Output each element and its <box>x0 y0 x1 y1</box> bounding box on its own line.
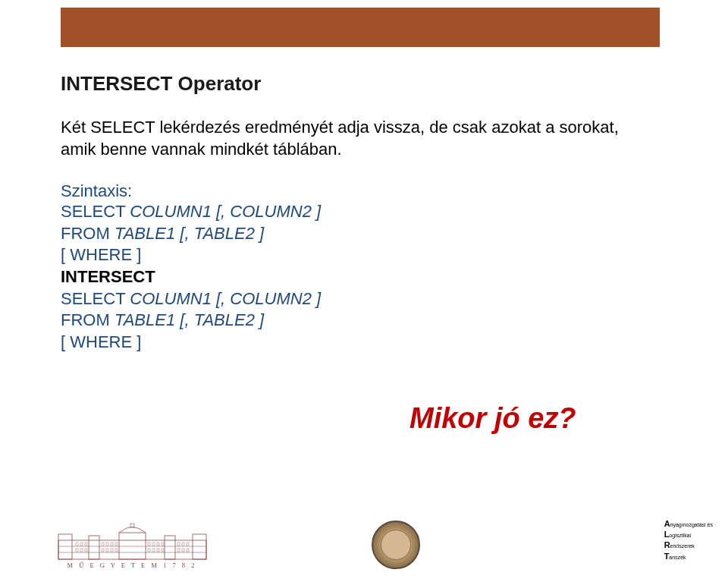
svg-rect-23 <box>76 549 78 552</box>
syntax-line-4: INTERSECT <box>61 266 652 288</box>
syntax-keyword: FROM <box>61 310 115 329</box>
syntax-line-3: [ WHERE ] <box>61 244 652 266</box>
svg-rect-18 <box>157 543 159 546</box>
slide-description: Két SELECT lekérdezés eredményét adja vi… <box>61 117 652 160</box>
svg-rect-16 <box>148 543 150 546</box>
syntax-label: Szintaxis: <box>61 181 652 201</box>
svg-rect-9 <box>76 543 78 546</box>
footer: M Ű E G Y E T E M 1 7 8 2 Anyagmozgatási… <box>0 510 728 571</box>
university-logo: M Ű E G Y E T E M 1 7 8 2 <box>55 518 210 571</box>
svg-rect-1 <box>119 533 146 559</box>
dept-line-1: Anyagmozgatási és <box>664 518 713 529</box>
svg-rect-11 <box>85 543 87 546</box>
slide-content: INTERSECT Operator Két SELECT lekérdezés… <box>61 72 652 353</box>
department-logo: Anyagmozgatási és Logisztikai Rendszerek… <box>664 518 713 562</box>
svg-rect-24 <box>80 549 83 552</box>
seal-inner <box>381 530 411 560</box>
syntax-keyword: SELECT <box>61 289 130 308</box>
svg-rect-27 <box>106 549 108 552</box>
svg-rect-13 <box>106 543 108 546</box>
dept-line-2: Logisztikai <box>664 529 713 540</box>
svg-rect-30 <box>148 549 150 552</box>
syntax-line-2: FROM TABLE1 [, TABLE2 ] <box>61 223 652 245</box>
header-bar <box>61 8 660 47</box>
callout-question: Mikor jó ez? <box>410 402 576 435</box>
syntax-line-7: [ WHERE ] <box>61 332 652 354</box>
svg-rect-15 <box>115 543 118 546</box>
seal-icon <box>372 521 420 569</box>
dept-line-4: Tanszék <box>664 551 713 562</box>
dept-line-3: Rendszerek <box>664 540 713 550</box>
svg-rect-5 <box>89 536 99 559</box>
logo-text: M Ű E G Y E T E M 1 7 8 2 <box>67 562 197 569</box>
svg-rect-33 <box>162 549 164 552</box>
svg-rect-17 <box>152 543 155 546</box>
slide-title: INTERSECT Operator <box>61 72 652 96</box>
syntax-line-1: SELECT COLUMN1 [, COLUMN2 ] <box>61 201 652 223</box>
svg-rect-35 <box>182 549 184 552</box>
svg-rect-21 <box>182 543 184 546</box>
svg-rect-28 <box>111 549 113 552</box>
syntax-param: TABLE1 [, TABLE2 ] <box>115 224 264 243</box>
svg-rect-29 <box>115 549 118 552</box>
syntax-param: TABLE1 [, TABLE2 ] <box>115 310 264 329</box>
seal-logo <box>372 521 420 569</box>
svg-rect-32 <box>157 549 159 552</box>
svg-rect-22 <box>187 543 189 546</box>
syntax-param: COLUMN1 [, COLUMN2 ] <box>130 289 321 308</box>
syntax-keyword: FROM <box>61 224 115 243</box>
svg-rect-14 <box>111 543 113 546</box>
building-icon: M Ű E G Y E T E M 1 7 8 2 <box>55 518 210 571</box>
svg-rect-36 <box>187 549 189 552</box>
svg-rect-26 <box>102 549 104 552</box>
svg-rect-31 <box>152 549 155 552</box>
svg-rect-25 <box>85 549 87 552</box>
svg-rect-10 <box>80 543 83 546</box>
svg-rect-0 <box>58 540 206 559</box>
syntax-param: COLUMN1 [, COLUMN2 ] <box>130 202 321 221</box>
svg-rect-12 <box>102 543 104 546</box>
syntax-keyword: SELECT <box>61 202 130 221</box>
svg-rect-20 <box>177 543 180 546</box>
svg-rect-4 <box>193 534 206 559</box>
syntax-line-6: FROM TABLE1 [, TABLE2 ] <box>61 310 652 332</box>
svg-rect-34 <box>177 549 180 552</box>
svg-rect-6 <box>165 536 175 559</box>
syntax-line-5: SELECT COLUMN1 [, COLUMN2 ] <box>61 288 652 310</box>
svg-rect-3 <box>58 534 72 559</box>
svg-rect-19 <box>162 543 164 546</box>
